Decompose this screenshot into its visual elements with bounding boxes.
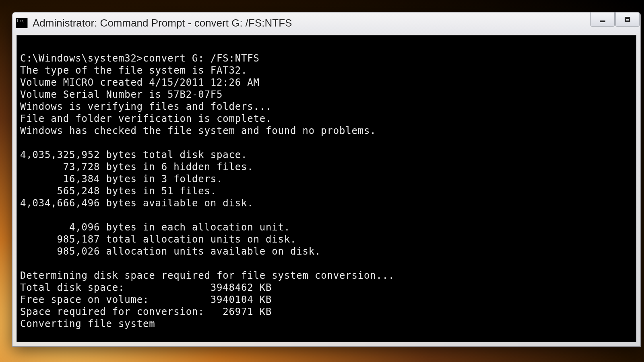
cmd-icon (16, 18, 28, 28)
minimize-icon (600, 21, 605, 22)
maximize-button[interactable] (615, 12, 640, 27)
titlebar[interactable]: Administrator: Command Prompt - convert … (12, 12, 640, 33)
console-output: C:\Windows\system32>convert G: /FS:NTFS … (20, 40, 633, 330)
minimize-button[interactable] (590, 12, 615, 27)
entered-command: convert G: /FS:NTFS (143, 53, 260, 64)
window-controls (590, 12, 640, 27)
console-area[interactable]: C:\Windows\system32>convert G: /FS:NTFS … (17, 35, 636, 342)
prompt-path: C:\Windows\system32> (20, 53, 143, 64)
command-prompt-window: Administrator: Command Prompt - convert … (12, 12, 641, 347)
window-title: Administrator: Command Prompt - convert … (33, 17, 637, 29)
maximize-icon (625, 17, 630, 22)
